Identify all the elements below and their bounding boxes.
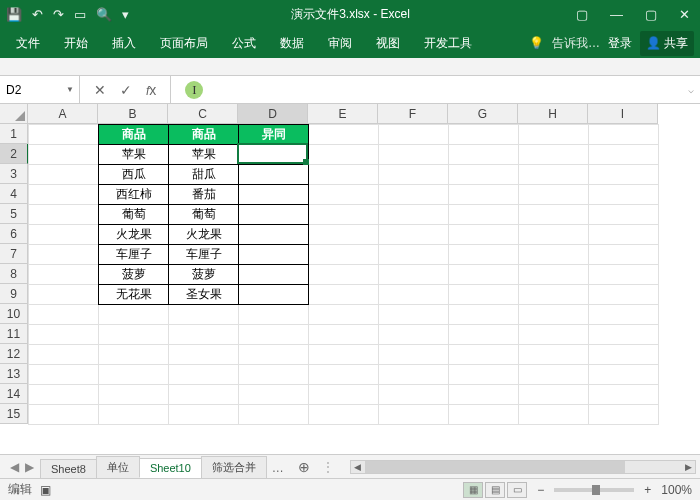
- tab-view[interactable]: 视图: [366, 29, 410, 58]
- row-header-8[interactable]: 8: [0, 264, 28, 284]
- touch-mode-icon[interactable]: ▭: [74, 7, 86, 22]
- tab-pagelayout[interactable]: 页面布局: [150, 29, 218, 58]
- row-header-5[interactable]: 5: [0, 204, 28, 224]
- table-cell[interactable]: 菠萝: [169, 265, 239, 285]
- tab-insert[interactable]: 插入: [102, 29, 146, 58]
- table-cell[interactable]: 葡萄: [99, 205, 169, 225]
- row-header-14[interactable]: 14: [0, 384, 28, 404]
- page-layout-view-button[interactable]: ▤: [485, 482, 505, 498]
- table-cell[interactable]: 西瓜: [99, 165, 169, 185]
- col-header-E[interactable]: E: [308, 104, 378, 124]
- table-cell[interactable]: 圣女果: [169, 285, 239, 305]
- maximize-icon[interactable]: ▢: [641, 5, 661, 24]
- sheet-tab[interactable]: 单位: [96, 456, 140, 478]
- col-header-A[interactable]: A: [28, 104, 98, 124]
- table-cell[interactable]: 菠萝: [99, 265, 169, 285]
- sheet-tab[interactable]: Sheet8: [40, 459, 97, 478]
- table-cell[interactable]: 车厘子: [169, 245, 239, 265]
- share-button[interactable]: 👤共享: [640, 31, 694, 56]
- row-header-3[interactable]: 3: [0, 164, 28, 184]
- table-cell[interactable]: 甜瓜: [169, 165, 239, 185]
- add-sheet-button[interactable]: ⊕: [290, 459, 318, 475]
- fx-icon[interactable]: fx: [146, 82, 156, 98]
- row-header-4[interactable]: 4: [0, 184, 28, 204]
- sheet-tab[interactable]: 筛选合并: [201, 456, 267, 478]
- row-header-6[interactable]: 6: [0, 224, 28, 244]
- select-all-button[interactable]: [0, 104, 28, 124]
- zoom-in-button[interactable]: +: [644, 483, 651, 497]
- table-cell[interactable]: 无花果: [99, 285, 169, 305]
- scroll-thumb[interactable]: [365, 461, 625, 473]
- close-icon[interactable]: ✕: [675, 5, 694, 24]
- tab-formulas[interactable]: 公式: [222, 29, 266, 58]
- table-header[interactable]: 异同: [239, 125, 309, 145]
- col-header-I[interactable]: I: [588, 104, 658, 124]
- col-header-D[interactable]: D: [238, 104, 308, 124]
- macro-record-icon[interactable]: ▣: [40, 483, 51, 497]
- preview-icon[interactable]: 🔍: [96, 7, 112, 22]
- undo-icon[interactable]: ↶: [32, 7, 43, 22]
- page-break-view-button[interactable]: ▭: [507, 482, 527, 498]
- name-box[interactable]: ▼: [0, 76, 80, 103]
- col-header-F[interactable]: F: [378, 104, 448, 124]
- sheet-tab-more[interactable]: …: [266, 458, 290, 478]
- table-cell[interactable]: 西红柿: [99, 185, 169, 205]
- row-header-15[interactable]: 15: [0, 404, 28, 424]
- row-header-2[interactable]: 2: [0, 144, 28, 164]
- table-cell[interactable]: [239, 285, 309, 305]
- tab-file[interactable]: 文件: [6, 29, 50, 58]
- expand-formula-bar-icon[interactable]: ⌵: [682, 84, 700, 95]
- row-header-11[interactable]: 11: [0, 324, 28, 344]
- tab-developer[interactable]: 开发工具: [414, 29, 482, 58]
- row-header-13[interactable]: 13: [0, 364, 28, 384]
- sheet-tab[interactable]: Sheet10: [139, 458, 202, 478]
- scroll-left-icon[interactable]: ◀: [351, 462, 365, 472]
- table-cell[interactable]: [239, 165, 309, 185]
- row-header-1[interactable]: 1: [0, 124, 28, 144]
- chevron-down-icon[interactable]: ▼: [66, 85, 74, 94]
- table-cell[interactable]: [239, 205, 309, 225]
- tab-split-handle[interactable]: ⋮: [318, 460, 338, 474]
- zoom-level[interactable]: 100%: [661, 483, 692, 497]
- tab-data[interactable]: 数据: [270, 29, 314, 58]
- row-header-9[interactable]: 9: [0, 284, 28, 304]
- qa-dropdown-icon[interactable]: ▾: [122, 7, 129, 22]
- col-header-C[interactable]: C: [168, 104, 238, 124]
- tab-review[interactable]: 审阅: [318, 29, 362, 58]
- table-cell[interactable]: [239, 245, 309, 265]
- table-header[interactable]: 商品: [99, 125, 169, 145]
- table-cell[interactable]: 火龙果: [99, 225, 169, 245]
- login-button[interactable]: 登录: [608, 35, 632, 52]
- table-cell[interactable]: 葡萄: [169, 205, 239, 225]
- redo-icon[interactable]: ↷: [53, 7, 64, 22]
- table-header[interactable]: 商品: [169, 125, 239, 145]
- table-cell[interactable]: 苹果: [99, 145, 169, 165]
- row-header-7[interactable]: 7: [0, 244, 28, 264]
- table-cell[interactable]: [239, 225, 309, 245]
- table-cell[interactable]: 苹果: [169, 145, 239, 165]
- minimize-icon[interactable]: —: [606, 5, 627, 24]
- ribbon-options-icon[interactable]: ▢: [572, 5, 592, 24]
- scroll-right-icon[interactable]: ▶: [681, 462, 695, 472]
- tab-nav-next-icon[interactable]: ▶: [25, 460, 34, 474]
- normal-view-button[interactable]: ▦: [463, 482, 483, 498]
- tell-me-input[interactable]: 告诉我…: [552, 35, 600, 52]
- cancel-formula-icon[interactable]: ✕: [94, 82, 106, 98]
- name-box-input[interactable]: [6, 83, 66, 97]
- table-cell[interactable]: [239, 145, 309, 165]
- save-icon[interactable]: 💾: [6, 7, 22, 22]
- enter-formula-icon[interactable]: ✓: [120, 82, 132, 98]
- grid[interactable]: 商品商品异同苹果苹果西瓜甜瓜西红柿番茄葡萄葡萄火龙果火龙果车厘子车厘子菠萝菠萝无…: [28, 124, 700, 454]
- zoom-slider[interactable]: [554, 488, 634, 492]
- table-cell[interactable]: 车厘子: [99, 245, 169, 265]
- table-cell[interactable]: [239, 265, 309, 285]
- row-header-12[interactable]: 12: [0, 344, 28, 364]
- table-cell[interactable]: [239, 185, 309, 205]
- zoom-out-button[interactable]: −: [537, 483, 544, 497]
- formula-input[interactable]: [171, 76, 682, 103]
- col-header-G[interactable]: G: [448, 104, 518, 124]
- table-cell[interactable]: 番茄: [169, 185, 239, 205]
- table-cell[interactable]: 火龙果: [169, 225, 239, 245]
- col-header-H[interactable]: H: [518, 104, 588, 124]
- col-header-B[interactable]: B: [98, 104, 168, 124]
